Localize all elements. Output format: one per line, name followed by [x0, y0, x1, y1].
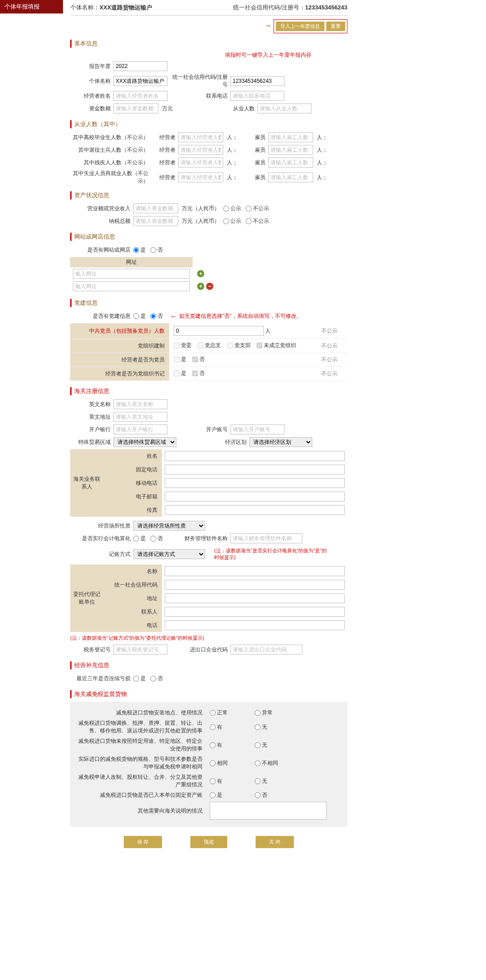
radio-sup-2-a[interactable]: 有: [210, 741, 250, 749]
input-c4[interactable]: [165, 505, 345, 515]
input-operator[interactable]: [113, 91, 167, 101]
radio-sup-3-a[interactable]: 相同: [210, 759, 250, 767]
lbl-hasdj: 是否有党建信息: [70, 312, 133, 320]
input-a0[interactable]: [165, 566, 345, 576]
radio-sup-5-a[interactable]: 是: [210, 791, 250, 799]
radio-tax-pub[interactable]: 公示: [223, 217, 241, 225]
lbl-sup-1: 减免税进口货物调换、抵押、质押、留置、转让、出售、移作他用、退运境外或进行其他处…: [75, 719, 210, 735]
lbl-orgtype: 党组织建制: [70, 339, 169, 353]
input-phone[interactable]: [230, 91, 284, 101]
save-button[interactable]: 保 存: [124, 836, 162, 848]
pub-mem: 不公示: [311, 353, 347, 367]
lbl-loss: 最近三年是否连续亏损: [70, 675, 133, 682]
input-other-note[interactable]: [210, 802, 327, 820]
input-emp-hire-3[interactable]: [268, 172, 313, 182]
input-emp-op-3[interactable]: [178, 172, 223, 182]
input-emp-op-0[interactable]: [178, 132, 223, 142]
close-button[interactable]: 关 闭: [256, 836, 294, 848]
input-emp-op-1[interactable]: [178, 145, 223, 155]
input-emp-op-2[interactable]: [178, 158, 223, 167]
lbl-emp-3: 其中失业人员再就业人数（不公示）: [70, 170, 151, 185]
lbl-emp-1: 其中退役士兵人数（不公示）: [70, 146, 151, 154]
input-member-count[interactable]: [174, 326, 264, 336]
input-emp-hire-1[interactable]: [268, 145, 313, 155]
chk-dzz[interactable]: 党总支: [198, 342, 221, 349]
chk-none[interactable]: 未成立党组织: [256, 342, 296, 349]
radio-sup-1-b[interactable]: 无: [255, 723, 295, 731]
lbl-sup-2: 减免税进口货物未按照特定用途、特定地区、特定企业使用的情事: [75, 737, 210, 753]
preview-button[interactable]: 预览: [190, 836, 227, 848]
input-c0[interactable]: [165, 451, 345, 461]
select-place[interactable]: 请选择经营场所性质: [133, 521, 205, 531]
chk-dzb[interactable]: 党支部: [227, 342, 251, 349]
input-taxreg[interactable]: [113, 645, 167, 655]
radio-site-no[interactable]: 否: [150, 246, 163, 254]
input-bank[interactable]: [113, 425, 167, 434]
reset-button[interactable]: 重置: [326, 22, 345, 31]
input-a4[interactable]: [165, 620, 345, 630]
select-book[interactable]: 请选择记账方式: [133, 549, 205, 559]
radio-elec-yes[interactable]: 是: [133, 535, 146, 542]
radio-site-yes[interactable]: 是: [133, 246, 146, 254]
radio-sup-5-b[interactable]: 否: [255, 791, 295, 799]
chk-mem-yes[interactable]: 是: [174, 356, 186, 363]
input-a3[interactable]: [165, 607, 345, 617]
input-name[interactable]: [113, 76, 167, 86]
input-enaddr[interactable]: [113, 412, 167, 422]
input-c2[interactable]: [165, 478, 345, 488]
input-a1[interactable]: [165, 580, 345, 590]
section-extra: 经营补充信息: [70, 661, 347, 669]
sidebar-title[interactable]: 个体年报填报: [0, 0, 63, 14]
input-emp[interactable]: [257, 104, 311, 113]
input-emp-hire-2[interactable]: [268, 158, 313, 167]
input-year[interactable]: [113, 61, 167, 71]
add-icon[interactable]: +: [197, 283, 204, 290]
radio-sup-4-b[interactable]: 无: [255, 777, 295, 785]
input-acct[interactable]: [230, 425, 284, 434]
remove-icon[interactable]: −: [206, 283, 213, 290]
select-tradezone[interactable]: 请选择特殊贸易区域: [113, 437, 176, 447]
radio-loss-no[interactable]: 否: [150, 675, 163, 682]
lbl-a0: 名称: [104, 565, 162, 578]
radio-sup-2-b[interactable]: 无: [255, 741, 295, 749]
lbl-sup-5: 减免税进口货物是否已入本单位固定资产账: [75, 791, 210, 799]
input-iecode[interactable]: [230, 645, 302, 655]
select-ecozone[interactable]: 请选择经济区划: [249, 437, 312, 447]
arrow-icon: [170, 312, 176, 321]
radio-sup-1-a[interactable]: 有: [210, 723, 250, 731]
radio-elec-no[interactable]: 否: [150, 535, 163, 542]
radio-loss-yes[interactable]: 是: [133, 675, 146, 682]
radio-sup-0-a[interactable]: 正常: [210, 709, 250, 717]
input-c1[interactable]: [165, 465, 345, 474]
radio-tax-nopub[interactable]: 不公示: [246, 217, 269, 225]
pub-member: 不公示: [311, 323, 347, 339]
input-tax[interactable]: [133, 216, 178, 226]
input-soft[interactable]: [230, 533, 302, 543]
input-enname[interactable]: [113, 399, 167, 409]
input-c3[interactable]: [165, 492, 345, 501]
add-icon[interactable]: +: [197, 270, 204, 277]
chk-sec-no[interactable]: 否: [192, 370, 205, 377]
radio-dj-no[interactable]: 否: [150, 312, 163, 320]
import-button[interactable]: 导入上一年度信息: [276, 22, 324, 31]
chk-mem-no[interactable]: 否: [192, 356, 205, 363]
input-url-1[interactable]: [73, 269, 190, 279]
chk-dw[interactable]: 党委: [174, 342, 192, 349]
radio-sup-0-b[interactable]: 异常: [255, 709, 295, 717]
input-url-2[interactable]: [73, 281, 190, 291]
pub-sec: 不公示: [311, 367, 347, 381]
lbl-sup-0: 减免税进口货物安装地点、使用情况: [75, 709, 210, 717]
radio-dj-yes[interactable]: 是: [133, 312, 146, 320]
input-capital[interactable]: [113, 104, 158, 113]
input-code[interactable]: [230, 76, 284, 86]
radio-sup-4-a[interactable]: 有: [210, 777, 250, 785]
input-rev[interactable]: [133, 203, 178, 213]
input-a2[interactable]: [165, 593, 345, 603]
radio-rev-nopub[interactable]: 不公示: [246, 205, 269, 212]
chk-sec-yes[interactable]: 是: [174, 370, 186, 377]
radio-rev-pub[interactable]: 公示: [223, 205, 241, 212]
lbl-iecode: 进出口企业代码: [167, 646, 230, 654]
radio-sup-3-b[interactable]: 不相同: [255, 759, 295, 767]
unit-tax: 万元（人民币）: [182, 217, 220, 225]
input-emp-hire-0[interactable]: [268, 132, 313, 142]
